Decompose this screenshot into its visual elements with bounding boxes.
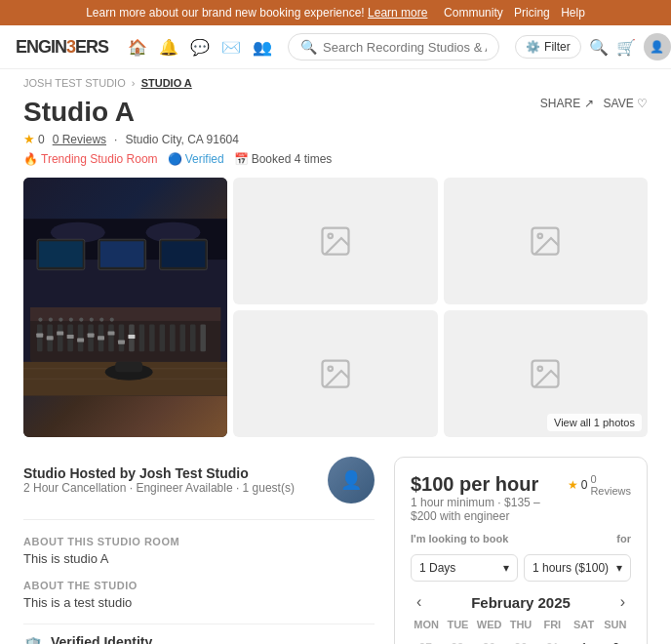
main-content: Studio A SHARE ↗ SAVE ♡ ★ 0 0 Reviews · …: [0, 97, 671, 644]
left-column: Studio Hosted by Josh Test Studio 2 Hour…: [23, 457, 375, 644]
shield-icon: 🛡️: [23, 636, 43, 644]
breadcrumb-parent[interactable]: JOSH TEST STUDIO: [23, 77, 126, 89]
svg-rect-25: [170, 324, 176, 351]
verified-icon: 🔵: [168, 152, 182, 166]
breadcrumb: JOSH TEST STUDIO › STUDIO A: [0, 69, 671, 97]
verified-title: Verified Identity: [51, 634, 375, 644]
calendar-icon: 📅: [234, 152, 249, 166]
cal-day[interactable]: 2: [603, 634, 630, 644]
share-save-row: SHARE ↗ SAVE ♡: [540, 97, 648, 110]
image-placeholder-icon: [318, 223, 353, 259]
cal-day[interactable]: 31: [539, 634, 567, 644]
cal-header: ‹ February 2025 ›: [411, 593, 631, 611]
svg-rect-17: [88, 324, 94, 351]
cal-day[interactable]: 28: [444, 634, 471, 644]
svg-rect-7: [100, 241, 144, 267]
svg-point-46: [110, 317, 114, 321]
fire-icon: 🔥: [23, 152, 38, 166]
svg-rect-11: [30, 307, 220, 321]
booking-card: $100 per hour 1 hour minimum · $135 – $2…: [394, 457, 648, 644]
banner-text: Learn more about our brand new booking e…: [86, 6, 365, 20]
svg-point-41: [59, 317, 62, 321]
price-sub: 1 hour minimum · $135 – $200 with engine…: [411, 496, 568, 523]
cal-day[interactable]: 27: [412, 634, 439, 644]
svg-point-44: [90, 317, 94, 321]
price-info: $100 per hour 1 hour minimum · $135 – $2…: [411, 473, 568, 523]
for-label: for: [616, 533, 631, 544]
photo-2[interactable]: [233, 178, 437, 304]
right-column: $100 per hour 1 hour minimum · $135 – $2…: [394, 457, 648, 644]
image-placeholder-icon: [528, 356, 563, 391]
cal-day[interactable]: 1: [571, 634, 598, 644]
booking-selects: 1 Days ▾ 1 hours ($100) ▾: [411, 554, 631, 582]
main-photo[interactable]: [23, 178, 227, 437]
hours-select[interactable]: 1 hours ($100) ▾: [524, 554, 631, 582]
cal-day[interactable]: 30: [507, 634, 534, 644]
verified-section: 🛡️ Verified Identity Protect your paymen…: [23, 624, 375, 644]
about-room-label: ABOUT THIS STUDIO ROOM: [23, 536, 375, 547]
svg-rect-33: [77, 338, 84, 342]
top-banner: Learn more about our brand new booking e…: [0, 0, 671, 25]
home-icon[interactable]: 🏠: [128, 38, 147, 57]
navbar: ENGIN3ERS 🏠 🔔 💬 ✉️ 👥 🔍 ⚙️ Filter 🔍 🛒 👤 ▾: [0, 25, 671, 69]
dot-separator: ·: [114, 133, 117, 146]
community-link[interactable]: Community: [444, 6, 503, 20]
help-link[interactable]: Help: [561, 6, 585, 20]
bell-icon[interactable]: 🔔: [159, 38, 178, 57]
days-value: 1 Days: [419, 561, 455, 575]
host-name: Studio Hosted by Josh Test Studio: [23, 465, 318, 481]
svg-rect-29: [36, 334, 43, 338]
user-menu[interactable]: 👤 ▾: [644, 33, 671, 60]
svg-rect-37: [118, 340, 125, 343]
photo-3[interactable]: [444, 178, 648, 304]
cal-prev-button[interactable]: ‹: [411, 593, 427, 611]
cal-next-button[interactable]: ›: [614, 593, 631, 611]
cal-title: February 2025: [471, 594, 571, 611]
search-icon: 🔍: [300, 39, 317, 55]
cart-icon[interactable]: 🛒: [616, 38, 636, 57]
price-main: $100 per hour: [411, 473, 568, 496]
mail-icon[interactable]: ✉️: [221, 38, 241, 57]
svg-rect-30: [47, 336, 54, 340]
star-icon: ★: [568, 478, 578, 492]
save-button[interactable]: SAVE ♡: [604, 97, 648, 110]
logo: ENGIN3ERS: [16, 37, 108, 58]
pricing-link[interactable]: Pricing: [514, 6, 550, 20]
days-select[interactable]: 1 Days ▾: [411, 554, 518, 582]
content-area: Studio Hosted by Josh Test Studio 2 Hour…: [23, 457, 648, 644]
avatar: 👤: [644, 33, 671, 60]
share-button[interactable]: SHARE ↗: [540, 97, 594, 110]
image-placeholder-icon: [528, 223, 563, 259]
booked-badge: 📅 Booked 4 times: [234, 152, 333, 166]
days-chevron: ▾: [503, 561, 509, 575]
about-studio-section: ABOUT THE STUDIO This is a test studio: [23, 580, 375, 610]
image-placeholder-icon: [318, 356, 353, 391]
svg-point-55: [538, 234, 543, 239]
host-sub: 2 Hour Cancellation · Engineer Available…: [23, 481, 318, 495]
cal-day[interactable]: 29: [475, 634, 502, 644]
banner-link[interactable]: Learn more: [368, 6, 427, 20]
svg-rect-28: [200, 324, 206, 351]
host-info: Studio Hosted by Josh Test Studio 2 Hour…: [23, 465, 318, 495]
people-icon[interactable]: 👥: [253, 38, 272, 57]
filter-button[interactable]: ⚙️ Filter: [515, 35, 581, 59]
svg-rect-36: [108, 331, 115, 335]
location: Studio City, CA 91604: [125, 133, 239, 146]
filter-icon: ⚙️: [526, 40, 540, 54]
chat-icon[interactable]: 💬: [190, 38, 210, 57]
photo-5[interactable]: View all 1 photos: [444, 310, 648, 437]
view-all-photos[interactable]: View all 1 photos: [547, 414, 642, 431]
photo-4[interactable]: [233, 310, 437, 437]
badges-row: 🔥 Trending Studio Room 🔵 Verified 📅 Book…: [23, 152, 648, 166]
search-bar[interactable]: 🔍: [288, 33, 499, 60]
verified-badge: 🔵 Verified: [168, 152, 224, 166]
svg-point-45: [99, 317, 103, 321]
reviews-link[interactable]: 0 Reviews: [53, 133, 106, 146]
about-room-section: ABOUT THIS STUDIO ROOM This is studio A: [23, 536, 375, 566]
hours-chevron: ▾: [616, 561, 622, 575]
about-studio-label: ABOUT THE STUDIO: [23, 580, 375, 591]
nav-icons: 🏠 🔔 💬 ✉️ 👥: [128, 38, 272, 57]
search-icon-nav[interactable]: 🔍: [589, 38, 609, 57]
main-photo-img: [23, 178, 227, 437]
search-input[interactable]: [323, 40, 487, 55]
